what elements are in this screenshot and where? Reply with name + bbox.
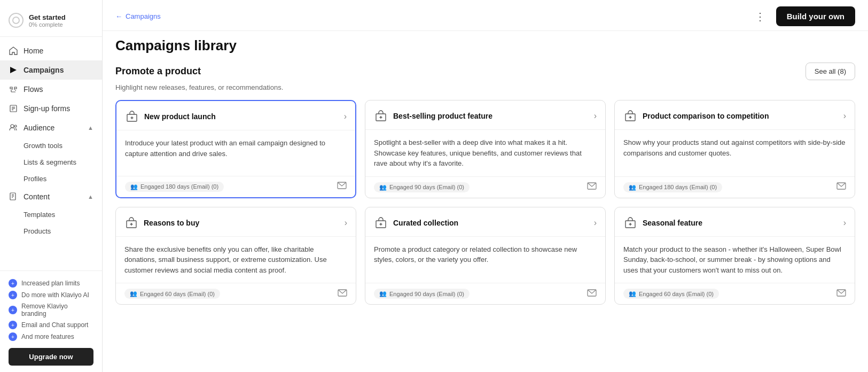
main-content: ← Campaigns ⋮ Build your own Campaigns l… — [103, 0, 868, 372]
upgrade-item-label: Remove Klaviyo branding — [21, 303, 93, 317]
sidebar-item-home[interactable]: Home — [0, 41, 102, 60]
card-header-left-product-comparison-to-competition: Product comparison to competition — [623, 109, 769, 123]
sidebar-item-campaigns[interactable]: Campaigns — [0, 60, 102, 80]
card-header-product-comparison-to-competition: Product comparison to competition› — [615, 100, 855, 130]
section-subtitle: Highlight new releases, features, or rec… — [115, 83, 855, 91]
tag-icon-curated-collection: 👥 — [379, 290, 387, 297]
card-tag-label-seasonal-feature: Engaged 60 days (Email) (0) — [639, 291, 714, 297]
card-tag-new-product-launch: 👥Engaged 180 days (Email) (0) — [125, 182, 224, 192]
sidebar-content-header[interactable]: Content ▲ — [0, 187, 102, 206]
sidebar-item-profiles[interactable]: Profiles — [0, 170, 102, 187]
card-chevron-icon-best-selling-product-feature: › — [594, 111, 597, 121]
card-box-icon-reasons-to-buy — [124, 216, 138, 230]
svg-point-7 — [14, 125, 17, 127]
home-icon — [9, 46, 18, 56]
card-email-icon-product-comparison-to-competition — [836, 182, 846, 192]
card-header-left-seasonal-feature: Seasonal feature — [623, 216, 702, 230]
section-title-block: Promote a product — [115, 66, 201, 77]
sidebar-item-lists-segments[interactable]: Lists & segments — [0, 154, 102, 170]
card-header-seasonal-feature: Seasonal feature› — [615, 207, 855, 237]
card-body-curated-collection: Promote a product category or related co… — [365, 237, 605, 283]
breadcrumb-label: Campaigns — [126, 12, 161, 20]
progress-circle-svg — [12, 17, 20, 24]
card-box-icon-new-product-launch — [125, 110, 139, 123]
campaign-card-reasons-to-buy[interactable]: Reasons to buy›Share the exclusive benef… — [115, 207, 356, 305]
card-box-icon-best-selling-product-feature — [374, 109, 388, 123]
upgrade-plus-icon: + — [9, 291, 17, 299]
card-email-icon-new-product-launch — [337, 182, 347, 191]
card-header-best-selling-product-feature: Best-selling product feature› — [365, 100, 605, 130]
sidebar-item-home-label: Home — [24, 46, 43, 55]
campaign-card-best-selling-product-feature[interactable]: Best-selling product feature›Spotlight a… — [365, 100, 606, 198]
sidebar-item-growth-tools[interactable]: Growth tools — [0, 137, 102, 154]
card-tag-label-best-selling-product-feature: Engaged 90 days (Email) (0) — [389, 184, 464, 190]
card-email-icon-curated-collection — [587, 289, 597, 299]
card-footer-new-product-launch: 👥Engaged 180 days (Email) (0) — [116, 176, 355, 197]
sidebar-nav: Home Campaigns Flows Sign-up forms — [0, 37, 102, 270]
card-tag-best-selling-product-feature: 👥Engaged 90 days (Email) (0) — [374, 182, 470, 192]
section-header: Promote a product See all (8) — [115, 63, 855, 80]
card-tag-label-product-comparison-to-competition: Engaged 180 days (Email) (0) — [639, 184, 717, 190]
campaign-card-product-comparison-to-competition[interactable]: Product comparison to competition›Show w… — [614, 100, 855, 198]
card-footer-reasons-to-buy: 👥Engaged 60 days (Email) (0) — [116, 283, 356, 304]
card-title-product-comparison-to-competition: Product comparison to competition — [643, 112, 769, 120]
tag-icon-best-selling-product-feature: 👥 — [379, 184, 387, 191]
card-tag-product-comparison-to-competition: 👥Engaged 180 days (Email) (0) — [623, 182, 722, 192]
card-chevron-icon-seasonal-feature: › — [843, 218, 846, 228]
campaign-card-seasonal-feature[interactable]: Seasonal feature›Match your product to t… — [614, 207, 855, 305]
see-all-button[interactable]: See all (8) — [806, 63, 855, 80]
card-chevron-icon-product-comparison-to-competition: › — [843, 111, 846, 121]
progress-circle — [9, 13, 24, 28]
tag-icon-reasons-to-buy: 👥 — [130, 290, 137, 297]
campaign-card-curated-collection[interactable]: Curated collection›Promote a product cat… — [365, 207, 606, 305]
breadcrumb-arrow-icon: ← — [115, 12, 122, 20]
upgrade-plus-icon: + — [9, 279, 17, 288]
card-header-curated-collection: Curated collection› — [365, 207, 605, 237]
sidebar-item-products[interactable]: Products — [0, 223, 102, 239]
upgrade-now-button[interactable]: Upgrade now — [9, 348, 93, 366]
card-footer-product-comparison-to-competition: 👥Engaged 180 days (Email) (0) — [615, 176, 855, 198]
svg-point-6 — [11, 125, 14, 128]
build-your-own-button[interactable]: Build your own — [776, 6, 855, 26]
sidebar-content-label: Content — [24, 192, 50, 201]
card-tag-reasons-to-buy: 👥Engaged 60 days (Email) (0) — [124, 289, 220, 299]
sidebar-item-profiles-label: Profiles — [24, 175, 46, 183]
signup-forms-icon — [9, 104, 18, 113]
content-icon — [9, 192, 18, 201]
upgrade-plus-icon: + — [9, 332, 17, 341]
sidebar: Get started 0% complete Home Campaigns F… — [0, 0, 103, 372]
sidebar-audience-left: Audience — [9, 123, 54, 133]
main-header: ← Campaigns ⋮ Build your own — [103, 0, 868, 31]
card-tag-label-new-product-launch: Engaged 180 days (Email) (0) — [140, 183, 218, 190]
more-options-button[interactable]: ⋮ — [750, 8, 770, 25]
card-body-seasonal-feature: Match your product to the season - wheth… — [615, 237, 855, 283]
card-header-left-curated-collection: Curated collection — [374, 216, 458, 230]
sidebar-item-flows-label: Flows — [24, 85, 43, 94]
sidebar-item-flows[interactable]: Flows — [0, 80, 102, 99]
upgrade-plus-icon: + — [9, 321, 17, 329]
audience-chevron-icon: ▲ — [88, 125, 93, 131]
get-started-title: Get started — [29, 13, 66, 21]
upgrade-items-list: +Increased plan limits+Do more with Klav… — [9, 277, 93, 343]
card-body-new-product-launch: Introduce your latest product with an em… — [116, 130, 355, 176]
sidebar-item-signup-forms-label: Sign-up forms — [24, 104, 70, 113]
card-chevron-icon-new-product-launch: › — [344, 112, 347, 121]
breadcrumb[interactable]: ← Campaigns — [115, 12, 161, 20]
get-started-area[interactable]: Get started 0% complete — [9, 9, 93, 32]
campaign-card-new-product-launch[interactable]: New product launch›Introduce your latest… — [115, 100, 356, 198]
card-chevron-icon-curated-collection: › — [594, 218, 597, 228]
upgrade-item: +Increased plan limits — [9, 277, 93, 289]
card-header-reasons-to-buy: Reasons to buy› — [116, 207, 356, 237]
sidebar-item-signup-forms[interactable]: Sign-up forms — [0, 99, 102, 118]
get-started-subtitle: 0% complete — [29, 21, 66, 28]
sidebar-audience-header[interactable]: Audience ▲ — [0, 118, 102, 137]
sidebar-item-templates[interactable]: Templates — [0, 206, 102, 223]
sidebar-item-templates-label: Templates — [24, 211, 55, 219]
upgrade-item-label: And more features — [21, 333, 74, 340]
page-title: Campaigns library — [103, 31, 868, 54]
cards-row-1: New product launch›Introduce your latest… — [115, 100, 855, 198]
sidebar-item-campaigns-label: Campaigns — [24, 66, 64, 74]
content-chevron-icon: ▲ — [88, 193, 93, 200]
card-header-left-best-selling-product-feature: Best-selling product feature — [374, 109, 492, 123]
upgrade-item-label: Increased plan limits — [21, 280, 80, 287]
